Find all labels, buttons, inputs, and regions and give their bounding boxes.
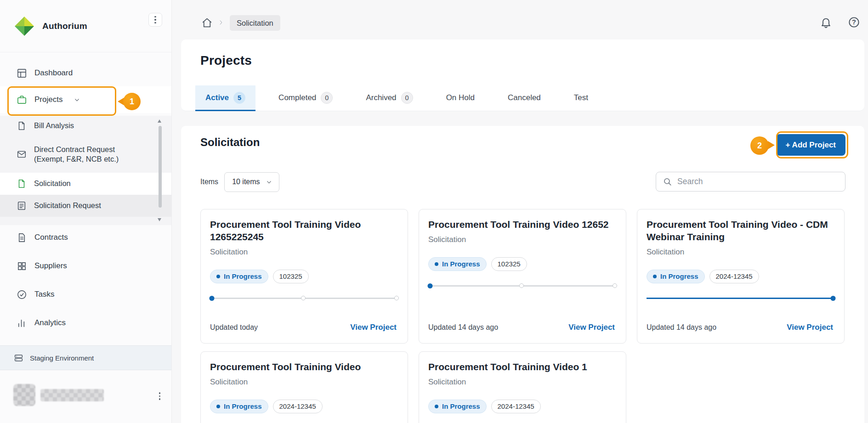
- breadcrumb-chevron-icon: [218, 19, 224, 26]
- contracts-icon: [17, 232, 27, 243]
- user-name-redacted: [40, 389, 104, 401]
- user-account-row[interactable]: [0, 379, 171, 412]
- project-card: Procurement Tool Training Video 1 Solici…: [419, 351, 626, 423]
- section-title: Solicitation: [200, 136, 260, 149]
- project-code-badge: 2024-12345: [709, 270, 759, 283]
- project-title: Procurement Tool Training Video 12652252…: [210, 219, 397, 243]
- svg-text:?: ?: [852, 18, 856, 26]
- status-badge: In Progress: [428, 400, 487, 413]
- sidebar-item-bill-analysis[interactable]: Bill Analysis: [0, 116, 171, 136]
- sidebar: Authorium Dashboard Projects Bill Analys: [0, 0, 172, 423]
- sidebar-item-contracts[interactable]: Contracts: [0, 226, 171, 248]
- status-dot-icon: [653, 275, 657, 278]
- form-icon: [17, 201, 27, 211]
- items-per-page-value: 10 items: [232, 178, 260, 186]
- tab-test[interactable]: Test: [564, 85, 598, 111]
- tab-label: On Hold: [446, 93, 475, 102]
- submenu-scrollbar[interactable]: [159, 126, 162, 208]
- sidebar-menu-kebab[interactable]: [148, 13, 162, 27]
- tab-label: Archived: [366, 93, 396, 102]
- project-type: Solicitation: [647, 248, 833, 257]
- items-per-page-select[interactable]: 10 items: [224, 172, 279, 192]
- sidebar-header: Authorium: [0, 0, 171, 52]
- sidebar-item-label: Direct Contract Request (Exempt, F&R, NC…: [34, 145, 133, 164]
- status-dot-icon: [216, 275, 220, 278]
- sidebar-item-analytics[interactable]: Analytics: [0, 312, 171, 334]
- progress-marker-icon: [428, 283, 433, 288]
- sidebar-item-direct-contract-request[interactable]: Direct Contract Request (Exempt, F&R, NC…: [0, 136, 171, 173]
- tab-label: Canceled: [508, 93, 541, 102]
- help-icon[interactable]: ?: [848, 16, 860, 28]
- page-title: Projects: [200, 53, 252, 68]
- solicitation-panel: Solicitation + Add Project Items 10 item…: [181, 126, 864, 423]
- project-code-badge: 2024-12345: [491, 400, 541, 413]
- status-badge: In Progress: [210, 400, 268, 413]
- status-badge: In Progress: [210, 270, 268, 283]
- tab-on-hold[interactable]: On Hold: [436, 85, 485, 111]
- progress-bar: [647, 295, 833, 301]
- search-container: [656, 172, 845, 192]
- status-tabs: Active 5 Completed 0 Archived 0 On Hold …: [195, 85, 598, 111]
- search-icon: [663, 177, 672, 186]
- breadcrumb-current[interactable]: Solicitation: [230, 15, 280, 31]
- project-card: Procurement Tool Training Video 12652252…: [200, 209, 408, 344]
- sidebar-item-label: Solicitation: [34, 179, 133, 188]
- tab-active[interactable]: Active 5: [195, 85, 255, 111]
- items-label: Items: [200, 178, 218, 186]
- sidebar-item-suppliers[interactable]: Suppliers: [0, 255, 171, 277]
- tab-count-badge: 5: [233, 92, 245, 104]
- tab-count-badge: 0: [401, 92, 413, 104]
- project-title: Procurement Tool Training Video 12652: [428, 219, 615, 231]
- suppliers-icon: [17, 261, 27, 271]
- status-badge: In Progress: [428, 257, 487, 271]
- sidebar-item-projects[interactable]: Projects: [0, 86, 171, 113]
- home-icon[interactable]: [201, 17, 213, 28]
- tasks-icon: [17, 289, 27, 300]
- view-project-link[interactable]: View Project: [787, 323, 833, 332]
- sidebar-item-solicitation-request[interactable]: Solicitation Request: [0, 195, 171, 217]
- progress-marker-icon: [831, 296, 836, 301]
- project-title: Procurement Tool Training Video: [210, 361, 397, 373]
- user-menu-kebab[interactable]: [156, 389, 164, 403]
- projects-icon: [17, 95, 27, 105]
- tab-count-badge: 0: [321, 92, 333, 104]
- sidebar-item-dashboard[interactable]: Dashboard: [0, 61, 171, 85]
- status-dot-icon: [216, 405, 220, 408]
- notifications-bell-icon[interactable]: [820, 16, 832, 28]
- analytics-icon: [17, 318, 27, 328]
- project-card: Procurement Tool Training Video 12652 So…: [419, 209, 626, 344]
- updated-timestamp: Updated today: [210, 323, 258, 332]
- scrollbar-down-arrow[interactable]: [158, 218, 161, 221]
- sidebar-nav: Dashboard Projects Bill Analysis Direct …: [0, 52, 171, 334]
- view-project-link[interactable]: View Project: [350, 323, 397, 332]
- staging-environment-banner: Staging Environment: [0, 345, 171, 370]
- document-icon: [17, 121, 27, 131]
- projects-header-panel: Projects Active 5 Completed 0 Archived 0…: [181, 39, 864, 111]
- project-type: Solicitation: [210, 248, 397, 257]
- tab-archived[interactable]: Archived 0: [356, 85, 423, 111]
- view-project-link[interactable]: View Project: [568, 323, 615, 332]
- status-badge: In Progress: [647, 270, 705, 283]
- search-input[interactable]: [677, 177, 839, 186]
- add-project-button[interactable]: + Add Project: [776, 134, 845, 156]
- chevron-down-icon: [74, 96, 80, 103]
- sidebar-item-tasks[interactable]: Tasks: [0, 283, 171, 305]
- tab-label: Active: [205, 93, 229, 102]
- project-card: Procurement Tool Training Video Solicita…: [200, 351, 408, 423]
- tab-completed[interactable]: Completed 0: [268, 85, 343, 111]
- project-cards-grid: Procurement Tool Training Video 12652252…: [200, 209, 845, 423]
- app-name: Authorium: [42, 21, 87, 31]
- authorium-logo-icon: [13, 15, 35, 37]
- updated-timestamp: Updated 14 days ago: [647, 323, 716, 332]
- project-type: Solicitation: [428, 235, 615, 244]
- tab-canceled[interactable]: Canceled: [498, 85, 551, 111]
- tab-label: Test: [574, 93, 588, 102]
- staging-environment-label: Staging Environment: [30, 354, 94, 362]
- sidebar-item-label: Suppliers: [34, 261, 67, 271]
- project-code-badge: 2024-12345: [273, 400, 323, 413]
- project-title: Procurement Tool Training Video 1: [428, 361, 615, 373]
- scrollbar-up-arrow[interactable]: [158, 119, 161, 123]
- status-dot-icon: [435, 405, 438, 408]
- project-title: Procurement Tool Training Video - CDM We…: [647, 219, 833, 243]
- sidebar-item-solicitation[interactable]: Solicitation: [0, 173, 171, 195]
